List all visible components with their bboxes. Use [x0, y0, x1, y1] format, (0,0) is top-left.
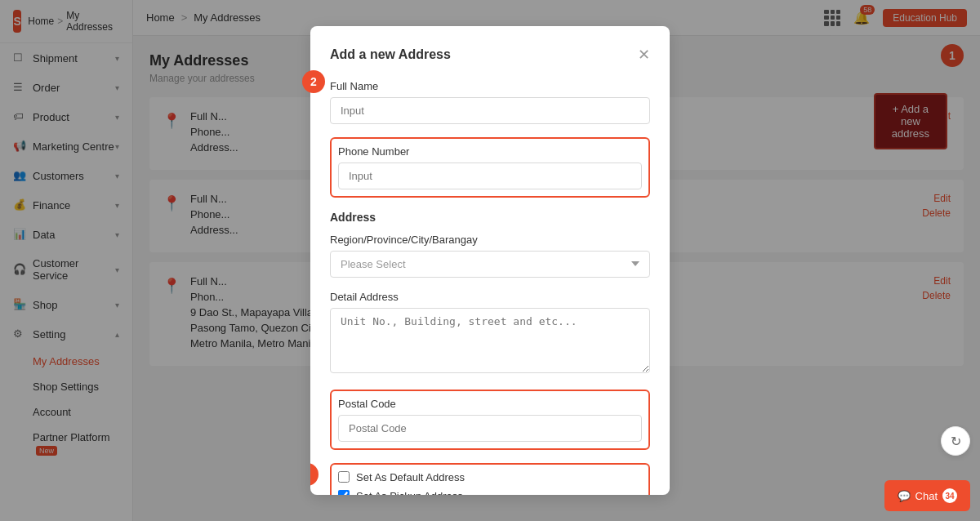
default-address-label: Set As Default Address: [356, 471, 465, 483]
step-3-badge: 3: [310, 463, 318, 486]
pickup-address-label: Set As Pickup Address: [356, 490, 463, 495]
modal-overlay[interactable]: 2 Add a new Address ✕ Full Name Phone Nu…: [0, 0, 980, 521]
chat-count: 34: [942, 488, 957, 503]
refresh-button[interactable]: ↻: [941, 426, 970, 456]
pickup-address-group: Set As Pickup Address: [338, 490, 642, 495]
phone-number-input[interactable]: [338, 163, 642, 189]
postal-code-group: Postal Code: [338, 398, 642, 442]
modal-title: Add a new Address: [330, 47, 451, 62]
refresh-icon: ↻: [951, 434, 961, 449]
full-name-label: Full Name: [330, 80, 650, 92]
modal-close-button[interactable]: ✕: [638, 46, 650, 64]
pickup-address-checkbox[interactable]: [338, 490, 350, 495]
address-section-label: Address: [330, 211, 650, 224]
postal-code-input[interactable]: [338, 415, 642, 442]
chat-label: Chat: [915, 490, 938, 502]
add-address-modal: Add a new Address ✕ Full Name Phone Numb…: [310, 26, 670, 495]
step-2-badge: 2: [302, 70, 325, 93]
default-address-checkbox[interactable]: [338, 471, 350, 483]
detail-address-group: Detail Address: [330, 291, 650, 376]
chat-icon: 💬: [898, 490, 911, 502]
detail-address-label: Detail Address: [330, 291, 650, 303]
modal-header: Add a new Address ✕: [330, 46, 650, 64]
postal-code-label: Postal Code: [338, 398, 642, 410]
checkboxes-highlight-box: Set As Default Address Set As Pickup Add…: [330, 463, 650, 495]
region-group: Region/Province/City/Barangay Please Sel…: [330, 234, 650, 278]
chat-button[interactable]: 💬 Chat 34: [884, 480, 970, 511]
full-name-input[interactable]: [330, 97, 650, 124]
postal-code-highlight-box: Postal Code: [330, 390, 650, 450]
detail-address-input[interactable]: [330, 308, 650, 373]
region-label: Region/Province/City/Barangay: [330, 234, 650, 246]
phone-number-highlight-box: Phone Number: [330, 137, 650, 198]
full-name-group: Full Name: [330, 80, 650, 124]
region-select[interactable]: Please Select: [330, 251, 650, 278]
phone-number-label: Phone Number: [338, 145, 642, 158]
default-address-group: Set As Default Address: [338, 471, 642, 483]
phone-number-group: Phone Number: [338, 145, 642, 189]
